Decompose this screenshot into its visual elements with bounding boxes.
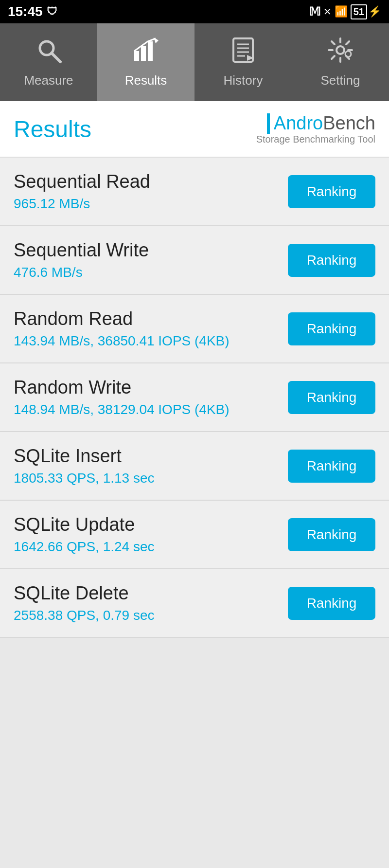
battery-level: 51 [351, 4, 367, 19]
benchmark-value-sequential-read: 965.12 MB/s [14, 196, 150, 212]
benchmark-name-sequential-read: Sequential Read [14, 171, 150, 192]
ranking-btn-sqlite-delete[interactable]: Ranking [288, 587, 375, 620]
benchmark-item-sequential-write: Sequential Write 476.6 MB/s Ranking [0, 226, 389, 295]
brand-bar-accent [267, 113, 270, 134]
benchmark-item-sqlite-insert: SQLite Insert 1805.33 QPS, 1.13 sec Rank… [0, 432, 389, 501]
battery-icon: 51 ⚡ [351, 4, 381, 19]
results-icon [132, 36, 159, 68]
benchmark-info-sequential-write: Sequential Write 476.6 MB/s [14, 240, 149, 280]
benchmark-value-random-read: 143.94 MB/s, 36850.41 IOPS (4KB) [14, 333, 230, 349]
nav-tabs: Measure Results History [0, 23, 389, 101]
setting-icon [327, 36, 354, 68]
svg-rect-3 [141, 46, 146, 61]
svg-rect-2 [134, 51, 139, 61]
benchmark-name-sequential-write: Sequential Write [14, 240, 149, 261]
tab-setting[interactable]: Setting [292, 23, 389, 101]
tab-results[interactable]: Results [97, 23, 194, 101]
brand-name: AndroBench [274, 113, 375, 134]
status-bar: 15:45 🛡 𝕄 ✕ 📶 51 ⚡ [0, 0, 389, 23]
benchmark-list: Sequential Read 965.12 MB/s Ranking Sequ… [0, 158, 389, 638]
status-right: 𝕄 ✕ 📶 51 ⚡ [309, 4, 381, 19]
benchmark-item-sqlite-update: SQLite Update 1642.66 QPS, 1.24 sec Rank… [0, 501, 389, 569]
benchmark-name-sqlite-delete: SQLite Delete [14, 583, 155, 604]
benchmark-name-sqlite-insert: SQLite Insert [14, 446, 155, 467]
brand-logo-row: AndroBench [267, 113, 375, 134]
ranking-btn-sequential-write[interactable]: Ranking [288, 244, 375, 277]
history-label: History [224, 73, 263, 88]
ranking-btn-sqlite-insert[interactable]: Ranking [288, 450, 375, 483]
svg-rect-4 [148, 41, 153, 61]
benchmark-value-random-write: 148.94 MB/s, 38129.04 IOPS (4KB) [14, 402, 230, 417]
brand-subtitle: Storage Benchmarking Tool [256, 134, 375, 145]
tab-history[interactable]: History [194, 23, 292, 101]
benchmark-value-sqlite-insert: 1805.33 QPS, 1.13 sec [14, 470, 155, 486]
benchmark-item-sqlite-delete: SQLite Delete 2558.38 QPS, 0.79 sec Rank… [0, 569, 389, 638]
benchmark-info-random-read: Random Read 143.94 MB/s, 36850.41 IOPS (… [14, 308, 230, 349]
svg-marker-5 [154, 37, 159, 43]
setting-label: Setting [321, 73, 360, 88]
tab-measure[interactable]: Measure [0, 23, 97, 101]
benchmark-value-sqlite-delete: 2558.38 QPS, 0.79 sec [14, 608, 155, 623]
measure-label: Measure [24, 73, 73, 88]
shield-icon: 🛡 [47, 5, 57, 18]
benchmark-info-sequential-read: Sequential Read 965.12 MB/s [14, 171, 150, 212]
benchmark-info-sqlite-delete: SQLite Delete 2558.38 QPS, 0.79 sec [14, 583, 155, 623]
benchmark-item-sequential-read: Sequential Read 965.12 MB/s Ranking [0, 158, 389, 226]
x-icon: ✕ [323, 6, 332, 18]
benchmark-value-sqlite-update: 1642.66 QPS, 1.24 sec [14, 539, 155, 555]
history-icon [230, 36, 257, 68]
ranking-btn-random-write[interactable]: Ranking [288, 381, 375, 414]
benchmark-name-random-write: Random Write [14, 377, 230, 398]
page-title: Results [14, 116, 91, 143]
svg-line-1 [52, 53, 60, 62]
benchmark-info-random-write: Random Write 148.94 MB/s, 38129.04 IOPS … [14, 377, 230, 417]
bottom-space [0, 638, 389, 868]
status-left: 15:45 🛡 [8, 4, 57, 19]
measure-icon [35, 36, 62, 68]
wifi-icon: 📶 [335, 5, 348, 18]
charging-icon: ⚡ [368, 5, 381, 18]
ranking-btn-sequential-read[interactable]: Ranking [288, 175, 375, 208]
benchmark-name-random-read: Random Read [14, 308, 230, 329]
benchmark-info-sqlite-insert: SQLite Insert 1805.33 QPS, 1.13 sec [14, 446, 155, 486]
benchmark-value-sequential-write: 476.6 MB/s [14, 265, 149, 280]
benchmark-item-random-write: Random Write 148.94 MB/s, 38129.04 IOPS … [0, 363, 389, 432]
results-label: Results [125, 73, 167, 88]
results-header: Results AndroBench Storage Benchmarking … [0, 101, 389, 158]
benchmark-info-sqlite-update: SQLite Update 1642.66 QPS, 1.24 sec [14, 514, 155, 555]
status-time: 15:45 [8, 4, 43, 19]
carrier-icon: 𝕄 [309, 5, 320, 18]
benchmark-item-random-read: Random Read 143.94 MB/s, 36850.41 IOPS (… [0, 295, 389, 363]
ranking-btn-sqlite-update[interactable]: Ranking [288, 518, 375, 551]
ranking-btn-random-read[interactable]: Ranking [288, 312, 375, 345]
benchmark-name-sqlite-update: SQLite Update [14, 514, 155, 535]
brand-logo: AndroBench Storage Benchmarking Tool [256, 113, 375, 145]
svg-point-13 [336, 46, 344, 54]
